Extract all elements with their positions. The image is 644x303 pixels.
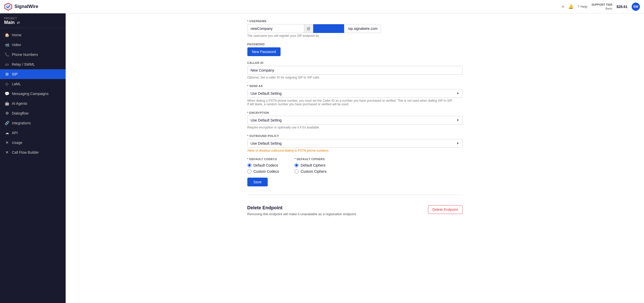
home-icon: 🏠 [5,33,9,37]
codecs-ciphers-row: * DEFAULT CODECS Default Codecs Custom C… [247,158,463,176]
sip-icon: ⊞ [5,72,9,76]
content-area: * USERNAME @ .sip.signalwire.com The use… [239,13,471,228]
swap-icon[interactable]: ⇄ [17,21,20,25]
delete-section: Delete Endpoint Removing this endpoint w… [247,203,463,222]
sidebar-item-video[interactable]: 📹 Video [0,40,66,50]
delete-section-info: Delete Endpoint Removing this endpoint w… [247,205,357,216]
caller-id-hint: Optional. Set a caller ID for outgoing S… [247,76,463,79]
sidebar-item-integrations[interactable]: 🔗 Integrations [0,118,66,128]
video-icon: 📹 [5,42,9,47]
username-input[interactable] [247,24,304,33]
sidebar-item-relay-swml[interactable]: ▭ Relay / SWML [0,59,66,69]
new-password-button[interactable]: New Password [247,47,281,56]
logo: SignalWire [4,3,38,11]
sidebar-item-usage[interactable]: ✕ Usage [0,138,66,148]
encryption-select[interactable]: Use Default Setting [247,116,463,125]
navbar: SignalWire 🔔 ? Help SUPPORT TIER Basic $… [0,0,644,13]
default-codecs-label: * DEFAULT CODECS [247,158,279,161]
sidebar-item-laml[interactable]: ◇ LaML [0,79,66,89]
layout: Project Main ⇄ 🏠 Home 📹 Video 📞 Phone Nu… [0,13,644,303]
delete-section-title: Delete Endpoint [247,205,357,211]
send-as-select[interactable]: Use Default Setting [247,89,463,98]
save-button[interactable]: Save [247,178,268,186]
codec-custom-radio[interactable] [247,169,251,174]
default-ciphers-group: * DEFAULT CIPHERS Default Ciphers Custom… [294,158,326,176]
dialogflow-icon: ⚙ [5,111,9,116]
sidebar-nav: 🏠 Home 📹 Video 📞 Phone Numbers ▭ Relay /… [0,28,66,303]
account-balance: $28.61 [616,5,628,9]
sidebar-item-home[interactable]: 🏠 Home [0,30,66,40]
messaging-icon: 💬 [5,91,9,96]
cipher-custom-radio[interactable] [294,169,299,174]
outbound-policy-select[interactable]: Use Default Setting [247,139,463,148]
api-icon: ☁ [5,131,9,135]
user-avatar[interactable]: SW [632,3,640,11]
sidebar-item-phone-numbers[interactable]: 📞 Phone Numbers [0,50,66,59]
cipher-default-radio[interactable] [294,163,299,167]
laml-icon: ◇ [5,82,9,86]
main-content: * USERNAME @ .sip.signalwire.com The use… [66,13,644,303]
delete-section-hint: Removing this endpoint will make it unav… [247,212,357,216]
section-divider [247,195,463,195]
username-field-group: * USERNAME @ .sip.signalwire.com The use… [247,20,463,38]
caller-id-input[interactable] [247,66,463,75]
project-name: Main ⇄ [4,20,62,25]
outbound-policy-hint: Allow or disallow outbound dialing to PS… [247,149,463,152]
sidebar-item-api[interactable]: ☁ API [0,128,66,138]
call-flow-icon: ✕ [5,150,9,155]
at-sign: @ [304,24,313,33]
send-as-hint: When dialing a PSTN phone number, you mu… [247,99,463,106]
default-codecs-group: * DEFAULT CODECS Default Codecs Custom C… [247,158,279,176]
encryption-select-wrapper: Use Default Setting ▼ [247,116,463,125]
domain-text: .sip.signalwire.com [344,24,381,33]
delete-endpoint-button[interactable]: Delete Endpoint [428,205,463,214]
domain-highlight [313,24,344,33]
save-row: Save [247,176,463,186]
navbar-right: 🔔 ? Help SUPPORT TIER Basic $28.61 SW [562,3,640,11]
password-label: PASSWORD [247,43,463,46]
codec-default-option[interactable]: Default Codecs [247,163,279,167]
project-label: Project [4,17,62,20]
outbound-policy-field-group: * OUTBOUND POLICY Use Default Setting ▼ … [247,134,463,152]
sidebar-item-dialogflow[interactable]: ⚙ Dialogflow [0,108,66,118]
encryption-hint: Require encryption or optionally use it … [247,126,463,129]
default-ciphers-label: * DEFAULT CIPHERS [294,158,326,161]
cipher-custom-option[interactable]: Custom Ciphers [294,169,326,174]
sidebar-item-sip[interactable]: ⊞ SIP [0,69,66,79]
status-dot [562,5,564,8]
encryption-label: * ENCRYPTION [247,111,463,114]
send-as-select-wrapper: Use Default Setting ▼ [247,89,463,98]
notifications-bell[interactable]: 🔔 [568,4,573,9]
send-as-label: * SEND AS [247,84,463,88]
username-label: * USERNAME [247,20,463,23]
outbound-policy-select-wrapper: Use Default Setting ▼ [247,139,463,148]
outbound-policy-label: * OUTBOUND POLICY [247,134,463,137]
codec-default-radio[interactable] [247,163,251,167]
usage-icon: ✕ [5,140,9,145]
sidebar-item-messaging[interactable]: 💬 Messaging Campaigns [0,89,66,99]
sidebar-item-call-flow-builder[interactable]: ✕ Call Flow Builder [0,148,66,157]
codec-custom-option[interactable]: Custom Codecs [247,169,279,174]
help-link[interactable]: ? Help [578,5,587,8]
integrations-icon: 🔗 [5,121,9,125]
logo-text: SignalWire [14,4,38,9]
phone-icon: 📞 [5,52,9,57]
send-as-field-group: * SEND AS Use Default Setting ▼ When dia… [247,84,463,106]
project-header: Project Main ⇄ [0,13,66,28]
sidebar-item-ai-agents[interactable]: 🤖 AI Agents [0,99,66,108]
caller-id-field-group: CALLER ID Optional. Set a caller ID for … [247,61,463,79]
username-hint: The username you will register your SIP … [247,34,463,38]
sidebar: Project Main ⇄ 🏠 Home 📹 Video 📞 Phone Nu… [0,13,66,303]
cipher-default-option[interactable]: Default Ciphers [294,163,326,167]
ai-icon: 🤖 [5,101,9,106]
username-row: @ .sip.signalwire.com [247,24,463,33]
relay-icon: ▭ [5,62,9,67]
password-field-group: PASSWORD New Password [247,43,463,56]
support-tier: SUPPORT TIER Basic [591,3,612,10]
encryption-field-group: * ENCRYPTION Use Default Setting ▼ Requi… [247,111,463,129]
caller-id-label: CALLER ID [247,61,463,64]
